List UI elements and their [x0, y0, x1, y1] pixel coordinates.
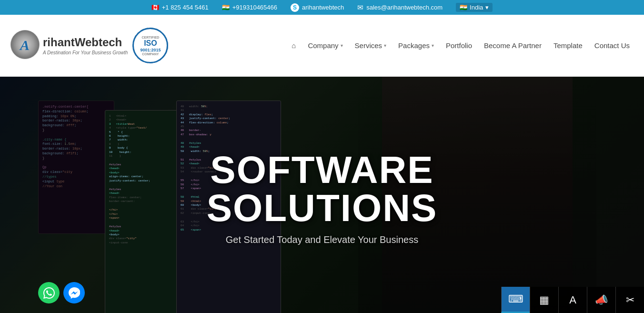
phone-ca-link[interactable]: 🇨🇦 +1 825 454 5461 [151, 4, 209, 11]
packages-dropdown-icon: ▾ [432, 43, 434, 48]
hero-content: SOFTWARE SOLUTIONS Get Started Today and… [207, 151, 438, 245]
become-partner-label: Become A Partner [484, 41, 542, 50]
hero-title-line1: SOFTWARE [207, 151, 438, 189]
portfolio-link[interactable]: Portfolio [441, 38, 477, 53]
nav-become-partner[interactable]: Become A Partner [479, 38, 546, 53]
country-flag-icon: 🇮🇳 [460, 4, 467, 11]
contact-label: Contact Us [594, 41, 630, 50]
services-dropdown-icon: ▾ [384, 43, 386, 48]
hero-subtitle: Get Started Today and Elevate Your Busin… [207, 234, 438, 245]
messenger-chat-button[interactable] [63, 282, 85, 303]
flag-in-icon: 🇮🇳 [222, 4, 230, 11]
company-label: Company [308, 41, 338, 50]
skype-link[interactable]: S arihantwebtech [291, 3, 344, 12]
svg-text:A: A [19, 37, 30, 53]
hero-section: .notify-content-center{ flex-direction: … [0, 77, 644, 313]
packages-label: Packages [398, 41, 430, 50]
toolbar-tools-icon[interactable]: ✂ [615, 287, 644, 313]
logo-section: A rihantWebtech A Destination For Your B… [10, 28, 182, 63]
skype-icon: S [291, 3, 299, 12]
nav-home[interactable]: ⌂ [287, 38, 301, 53]
bottom-toolbar: ⌨ ▦ A 📣 ✂ [501, 287, 644, 313]
dropdown-arrow-icon: ▾ [485, 4, 489, 11]
country-label: India [470, 4, 483, 11]
email-link[interactable]: ✉ sales@arihantwebtech.com [357, 3, 443, 12]
nav-template[interactable]: Template [549, 38, 587, 53]
nav-portfolio[interactable]: Portfolio [441, 38, 477, 53]
toolbar-code-icon[interactable]: ⌨ [501, 287, 530, 313]
company-link[interactable]: Company ▾ [303, 38, 347, 53]
toolbar-announce-icon[interactable]: 📣 [587, 287, 615, 313]
whatsapp-chat-button[interactable] [38, 282, 60, 303]
home-link[interactable]: ⌂ [287, 38, 301, 53]
top-bar: 🇨🇦 +1 825 454 5461 🇮🇳 +919310465466 S ar… [0, 0, 644, 15]
skype-text: arihantwebtech [302, 4, 344, 11]
services-link[interactable]: Services ▾ [350, 38, 392, 53]
navbar: A rihantWebtech A Destination For Your B… [0, 15, 644, 77]
email-text: sales@arihantwebtech.com [366, 4, 443, 11]
logo-name: rihantWebtech [43, 36, 122, 49]
nav-services[interactable]: Services ▾ [350, 38, 392, 53]
company-dropdown-icon: ▾ [341, 43, 343, 48]
country-selector[interactable]: 🇮🇳 India ▾ [456, 3, 493, 12]
packages-link[interactable]: Packages ▾ [393, 38, 439, 53]
contact-link[interactable]: Contact Us [590, 38, 634, 53]
template-label: Template [553, 41, 583, 50]
nav-packages[interactable]: Packages ▾ [393, 38, 439, 53]
phone-ca-text: +1 825 454 5461 [162, 4, 209, 11]
hero-title-line2: SOLUTIONS [207, 189, 438, 227]
logo-tagline: A Destination For Your Business Growth [43, 50, 128, 55]
chat-buttons [38, 282, 85, 303]
become-partner-link[interactable]: Become A Partner [479, 38, 546, 53]
email-icon: ✉ [357, 3, 363, 12]
nav-links: ⌂ Company ▾ Services ▾ Packages ▾ Portfo… [287, 38, 634, 53]
iso-badge: CERTIFIED ISO 9001:2015 COMPANY [132, 28, 168, 63]
template-link[interactable]: Template [549, 38, 587, 53]
portfolio-label: Portfolio [446, 41, 472, 50]
flag-ca-icon: 🇨🇦 [151, 4, 159, 11]
services-label: Services [355, 41, 382, 50]
logo-text: rihantWebtech A Destination For Your Bus… [43, 36, 128, 55]
toolbar-translate-icon[interactable]: A [558, 287, 587, 313]
phone-in-text: +919310465466 [232, 4, 277, 11]
logo-circle: A [10, 29, 40, 60]
nav-contact[interactable]: Contact Us [590, 38, 634, 53]
home-icon: ⌂ [292, 41, 296, 50]
phone-in-link[interactable]: 🇮🇳 +919310465466 [222, 4, 277, 11]
nav-company[interactable]: Company ▾ [303, 38, 347, 53]
toolbar-layout-icon[interactable]: ▦ [530, 287, 558, 313]
